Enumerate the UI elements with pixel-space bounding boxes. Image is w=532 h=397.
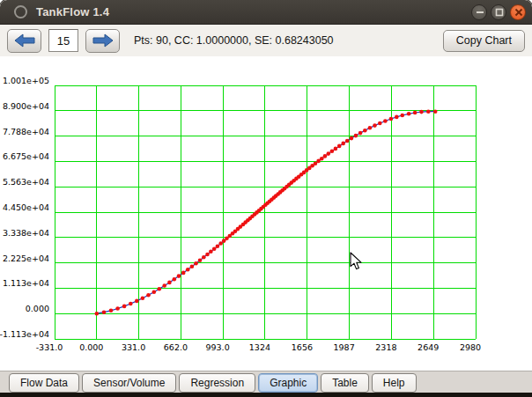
copy-chart-button[interactable]: Copy Chart [443,30,525,52]
svg-text:0.000: 0.000 [26,304,49,313]
svg-text:1.001e+05: 1.001e+05 [3,76,49,85]
close-button[interactable] [510,4,526,20]
titlebar[interactable]: TankFlow 1.4 [0,0,532,25]
window-controls [471,4,532,20]
axis-tick-labels: -331.00.000331.0662.0993.013241656198723… [0,76,481,352]
maximize-button[interactable] [491,4,506,20]
svg-text:1324: 1324 [249,342,270,352]
svg-text:-331.0: -331.0 [36,342,63,352]
svg-text:0.000: 0.000 [79,342,103,352]
svg-text:3.338e+04: 3.338e+04 [3,228,49,238]
tab-graphic[interactable]: Graphic [258,373,318,393]
tab-flow-data[interactable]: Flow Data [9,373,79,393]
svg-text:2980: 2980 [460,342,481,352]
svg-text:6.675e+04: 6.675e+04 [3,151,49,161]
maximize-icon [491,4,506,20]
svg-text:2649: 2649 [417,342,439,352]
svg-text:8.900e+04: 8.900e+04 [3,101,49,111]
svg-text:2.225e+04: 2.225e+04 [3,254,49,263]
minimize-icon [472,4,486,20]
flow-curve-chart: -331.00.000331.0662.0993.013241656198723… [0,56,532,371]
bottom-strip [0,393,532,397]
grid-lines [55,85,476,339]
page-number-input[interactable] [48,29,78,52]
arrow-left-icon [13,33,36,48]
chart-area: -331.00.000331.0662.0993.013241656198723… [0,56,532,371]
svg-text:993.0: 993.0 [205,342,229,352]
tab-table[interactable]: Table [321,373,369,393]
arrow-right-icon [92,33,115,48]
regression-stats-label: Pts: 90, CC: 1.0000000, SE: 0.68243050 [134,34,334,47]
close-icon [511,4,525,20]
minimize-button[interactable] [471,4,487,20]
svg-text:5.563e+04: 5.563e+04 [3,177,49,187]
app-window: TankFlow 1.4 [0,0,532,397]
next-page-button[interactable] [85,29,120,53]
svg-text:1987: 1987 [334,342,355,352]
svg-text:2318: 2318 [375,342,396,352]
window-title: TankFlow 1.4 [36,5,109,18]
app-icon [14,5,27,18]
svg-text:331.0: 331.0 [122,342,145,352]
svg-text:-1.113e+04: -1.113e+04 [0,329,49,339]
tab-regression[interactable]: Regression [179,373,255,393]
svg-text:7.788e+04: 7.788e+04 [3,127,49,136]
prev-page-button[interactable] [7,29,41,53]
tab-sensor-volume[interactable]: Sensor/Volume [82,373,176,393]
tab-help[interactable]: Help [372,373,417,393]
svg-text:662.0: 662.0 [164,342,188,352]
svg-text:1.113e+04: 1.113e+04 [3,278,49,288]
svg-text:1656: 1656 [292,342,313,352]
toolbar: Pts: 90, CC: 1.0000000, SE: 0.68243050 C… [0,25,532,56]
svg-text:4.450e+04: 4.450e+04 [3,202,49,212]
tab-bar: Flow DataSensor/VolumeRegressionGraphicT… [0,371,532,393]
